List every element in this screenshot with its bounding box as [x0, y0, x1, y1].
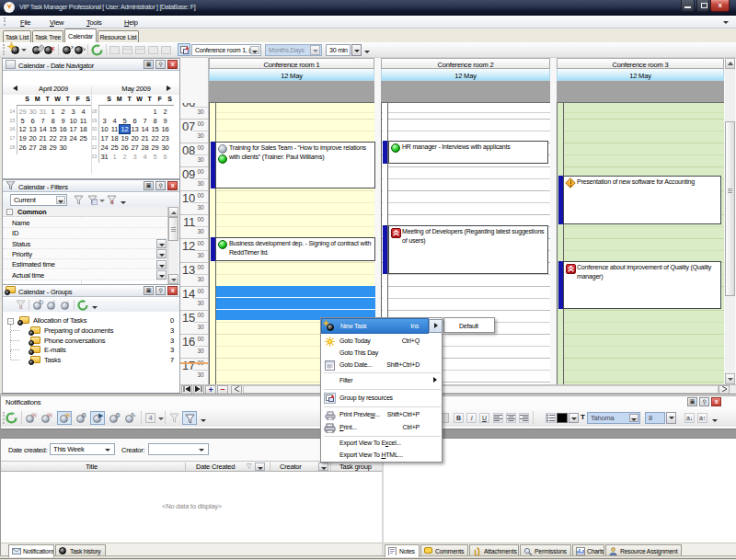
svg-text:x: x — [110, 198, 114, 205]
svg-text:x: x — [19, 303, 23, 310]
